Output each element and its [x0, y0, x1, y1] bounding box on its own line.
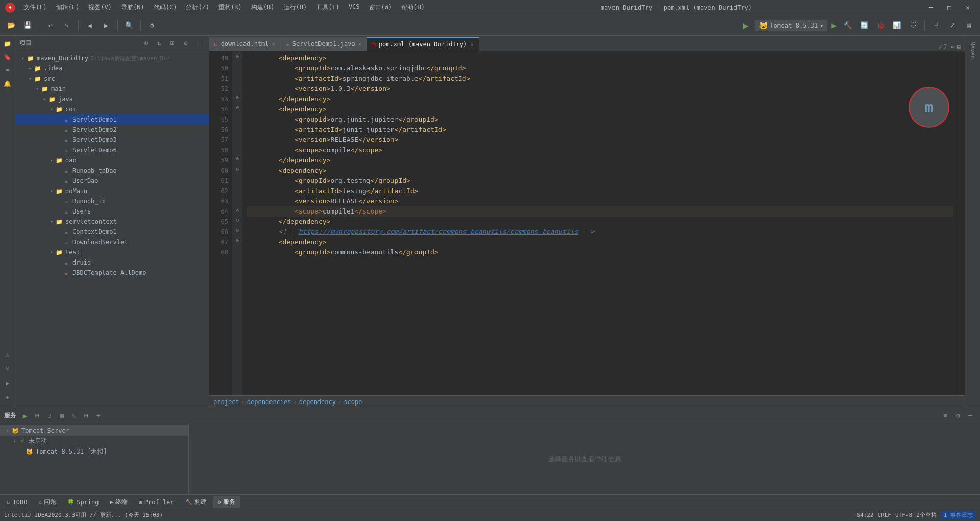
menu-build[interactable]: 构建(B)	[247, 2, 279, 13]
panel-close-btn[interactable]: ─	[965, 410, 976, 421]
line-endings[interactable]: CRLF	[878, 512, 892, 518]
breadcrumb-scope[interactable]: scope	[344, 398, 362, 406]
bookmarks-icon[interactable]: 🔖	[2, 51, 14, 63]
panel-layout-button[interactable]: ⊞	[167, 38, 178, 49]
breadcrumb-dependency[interactable]: dependency	[299, 398, 336, 406]
services-restart-button[interactable]: ↺	[44, 410, 55, 421]
fold-60[interactable]: ⊖	[232, 163, 242, 174]
tab-services[interactable]: ⚙ 服务	[213, 496, 241, 508]
tab-spring[interactable]: 🍀 Spring	[62, 496, 104, 508]
tree-item-druid[interactable]: ☕ druid	[15, 257, 209, 268]
tab-close-download[interactable]: ✕	[272, 41, 276, 48]
menu-refactor[interactable]: 重构(R)	[214, 2, 246, 13]
tree-item-runoob-dao[interactable]: ☕ Runoob_tbDao	[15, 165, 209, 176]
tab-terminal[interactable]: ▶ 终端	[105, 496, 133, 508]
structure-icon[interactable]: ≡	[2, 64, 14, 77]
profile-button[interactable]: 📊	[890, 18, 904, 33]
panel-settings-button[interactable]: ⚙	[180, 38, 191, 49]
tab-problems[interactable]: ⚠ 问题	[34, 496, 62, 508]
services-sort-button[interactable]: ⇅	[68, 410, 80, 421]
build-button[interactable]: 🔨	[841, 18, 855, 33]
tree-item-root[interactable]: ▾ 📁 maven_DuridTry D:\java后端配置\maven_Dur	[15, 53, 209, 63]
services-filter-button[interactable]: ▦	[56, 410, 67, 421]
reload-button[interactable]: 🔄	[857, 18, 871, 33]
tree-item-jbdc[interactable]: ☕ JBDCTemplate_AllDemo	[15, 268, 209, 278]
tree-item-java[interactable]: ▾ 📁 java	[15, 94, 209, 104]
panel-settings-btn[interactable]: ⚙	[952, 410, 964, 421]
tree-item-idea[interactable]: ▸ 📁 .idea	[15, 63, 209, 74]
redo-button[interactable]: ↪	[60, 18, 74, 33]
expand-button[interactable]: ⤢	[945, 18, 960, 33]
split-editor-icon[interactable]: ⊞	[957, 43, 961, 51]
menu-edit[interactable]: 编辑(E)	[52, 2, 84, 13]
tab-close-servlet[interactable]: ✕	[358, 41, 362, 48]
tab-pom-xml[interactable]: m pom.xml (maven_DuridTry) ✕	[367, 37, 479, 51]
tab-servletdemo1[interactable]: ☕ ServletDemo1.java ✕	[281, 37, 367, 51]
tree-item-runoob-tb[interactable]: ☕ Runoob_tb	[15, 196, 209, 206]
fold-59[interactable]: ⊖	[232, 153, 242, 163]
event-log-badge[interactable]: 1 事件日志	[941, 511, 976, 519]
undo-button[interactable]: ↩	[43, 18, 58, 33]
problems-icon[interactable]: ⚠	[2, 348, 14, 361]
breadcrumb-dependencies[interactable]: dependencies	[247, 398, 291, 406]
menu-analyze[interactable]: 分析(Z)	[182, 2, 213, 13]
panel-minimize-button[interactable]: ─	[193, 38, 205, 49]
menu-tools[interactable]: 工具(T)	[312, 2, 344, 13]
git-icon[interactable]: ⑂	[2, 363, 14, 375]
services-unstated[interactable]: ▾ ⚡ 未启动	[0, 436, 188, 446]
services-run-button[interactable]: ▶	[19, 410, 31, 421]
menu-vcs[interactable]: VCS	[345, 2, 364, 13]
save-button[interactable]: 💾	[20, 18, 35, 33]
menu-run[interactable]: 运行(U)	[280, 2, 311, 13]
panel-collapse-button[interactable]: ⇅	[154, 38, 165, 49]
favorites-icon[interactable]: ★	[2, 391, 14, 404]
tab-profiler[interactable]: ◉ Profiler	[134, 496, 179, 508]
menu-help[interactable]: 帮助(H)	[397, 2, 429, 13]
tab-build[interactable]: 🔨 构建	[180, 496, 212, 508]
close-button[interactable]: ✕	[961, 1, 975, 15]
tree-item-domain[interactable]: ▾ 📁 doMain	[15, 186, 209, 196]
run-config-dropdown[interactable]: 🐱 Tomcat 8.5.31 ▾	[755, 20, 827, 31]
cursor-position[interactable]: 64:22	[856, 512, 873, 518]
breadcrumb-project[interactable]: project	[213, 398, 239, 406]
tree-item-com[interactable]: ▾ 📁 com	[15, 104, 209, 114]
nav-forward-button[interactable]: ▶	[99, 18, 113, 33]
tab-download-html[interactable]: ◻ download.html ✕	[209, 37, 281, 51]
fold-53[interactable]: ⊖	[232, 92, 242, 102]
code-editor[interactable]: <dependency> <groupId>com.alexkasko.spri…	[242, 51, 958, 395]
tree-item-contextdemo1[interactable]: ☕ ContextDemo1	[15, 227, 209, 237]
run-dropdown-left[interactable]: ▶	[739, 18, 753, 33]
fold-66[interactable]: ⊖	[232, 225, 242, 235]
tree-item-src[interactable]: ▾ 📁 src	[15, 74, 209, 84]
tab-todo[interactable]: ☑ TODO	[2, 496, 33, 508]
layout-button[interactable]: ▤	[962, 18, 976, 33]
debug-button[interactable]: 🐞	[873, 18, 888, 33]
tree-item-main[interactable]: ▾ 📁 main	[15, 84, 209, 94]
expand-tabs-icon[interactable]: ⋯	[951, 43, 955, 51]
tab-close-pom[interactable]: ✕	[470, 41, 474, 48]
services-stop-button[interactable]: ⊟	[32, 410, 43, 421]
notifications-icon[interactable]: 🔔	[2, 78, 14, 90]
minimize-button[interactable]: ─	[924, 1, 938, 15]
services-tomcat-server[interactable]: ▾ 🐱 Tomcat Server	[0, 425, 188, 436]
encoding-label[interactable]: UTF-8	[895, 512, 912, 518]
tree-item-dao[interactable]: ▾ 📁 dao	[15, 155, 209, 165]
tree-item-servletdemo1[interactable]: ☕ ServletDemo1	[15, 114, 209, 125]
menu-view[interactable]: 视图(V)	[84, 2, 116, 13]
search-everywhere-button[interactable]: 🔍	[122, 18, 136, 33]
menu-nav[interactable]: 导航(N)	[117, 2, 149, 13]
nav-back-button[interactable]: ◀	[83, 18, 97, 33]
status-update-text[interactable]: IntelliJ IDEA2020.3.3可用 // 更新... (今天 15:…	[4, 511, 163, 519]
fold-54[interactable]: ⊖	[232, 102, 242, 112]
tree-item-servletdemo3[interactable]: ☕ ServletDemo3	[15, 135, 209, 145]
settings-button[interactable]: ⚙	[145, 18, 159, 33]
tree-item-test[interactable]: ▾ 📁 test	[15, 247, 209, 257]
tree-item-users[interactable]: ☕ Users	[15, 206, 209, 217]
panel-add-service-button[interactable]: ⊕	[940, 410, 951, 421]
tree-item-servletdemo2[interactable]: ☕ ServletDemo2	[15, 125, 209, 135]
tree-item-servletdemo6[interactable]: ☕ ServletDemo6	[15, 145, 209, 155]
services-add-button[interactable]: +	[93, 410, 104, 421]
project-view-icon[interactable]: 📁	[2, 38, 14, 50]
services-tomcat-instance[interactable]: 🐱 Tomcat 8.5.31 [木拟]	[0, 446, 188, 457]
fold-49[interactable]: ⊖	[232, 51, 242, 61]
